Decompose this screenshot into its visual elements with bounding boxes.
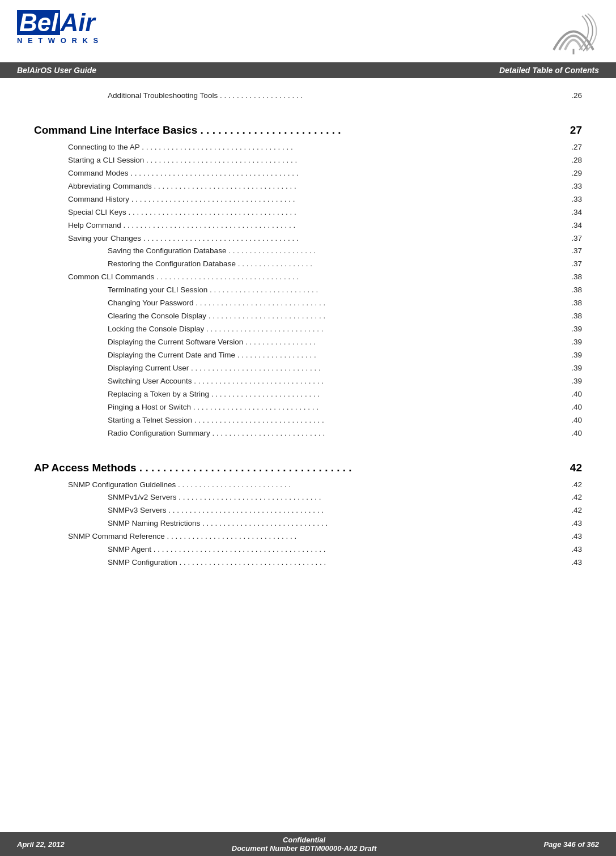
toc-page: .42 [571,504,582,517]
logo-area: BelAir N E T W O R K S [17,10,100,45]
toc-page: .34 [571,206,582,219]
toc-page: .42 [571,479,582,492]
toc-entry: Special CLI Keys . . . . . . . . . . . .… [34,206,582,219]
logo-bel: Bel [17,10,60,35]
footer-page: Page 346 of 362 [543,840,599,849]
toc-entry: Radio Configuration Summary . . . . . . … [34,427,582,440]
toc-page: .37 [571,232,582,245]
toc-page: .39 [571,349,582,362]
toc-page: .38 [571,297,582,310]
toc-entry: Command Modes . . . . . . . . . . . . . … [34,167,582,180]
toc-page: .38 [571,271,582,284]
toc-title: Locking the Console Display . . . . . . … [108,323,323,336]
toc-entry: Connecting to the AP . . . . . . . . . .… [34,141,582,154]
toc-page: .29 [571,167,582,180]
toc-title: Additional Troubleshooting Tools . . . .… [108,90,303,103]
toc-entry: Displaying the Current Date and Time . .… [34,349,582,362]
toc-page: .38 [571,284,582,297]
toc-entry: Starting a CLI Session . . . . . . . . .… [34,154,582,167]
toc-entry: SNMPv3 Servers . . . . . . . . . . . . .… [34,504,582,517]
footer-document: Document Number BDTM00000-A02 Draft [232,844,377,853]
toc-entry: Saving your Changes . . . . . . . . . . … [34,232,582,245]
toc-title: Displaying the Current Software Version … [108,336,316,349]
toc-page: .39 [571,323,582,336]
toc-entry: SNMP Command Reference . . . . . . . . .… [34,530,582,543]
toc-page: .43 [571,530,582,543]
toc-entry: SNMP Naming Restrictions . . . . . . . .… [34,517,582,530]
toc-page: .27 [571,141,582,154]
toc-title: Special CLI Keys . . . . . . . . . . . .… [68,206,296,219]
toc-entry-troubleshooting: Additional Troubleshooting Tools . . . .… [34,90,582,103]
toc-page: .43 [571,517,582,530]
toc-page: .37 [571,245,582,258]
toc-page: .39 [571,375,582,388]
logo-networks: N E T W O R K S [17,36,100,45]
toc-title: Starting a CLI Session . . . . . . . . .… [68,154,297,167]
section-h1-page: 27 [570,124,582,137]
toc-title: SNMP Configuration Guidelines . . . . . … [68,479,291,492]
toc-page: .38 [571,310,582,323]
toc-page: .40 [571,388,582,401]
toc-title: Terminating your CLI Session . . . . . .… [108,284,318,297]
toc-page: .43 [571,556,582,569]
toc-page: .40 [571,414,582,427]
section-cli-basics: Command Line Interface Basics . . . . . … [34,124,582,137]
toc-entry: SNMP Configuration Guidelines . . . . . … [34,479,582,492]
toc-entry: Clearing the Console Display . . . . . .… [34,310,582,323]
toc-entry: Locking the Console Display . . . . . . … [34,323,582,336]
toc-page: .26 [571,90,582,103]
toc-entry: SNMP Agent . . . . . . . . . . . . . . .… [34,543,582,556]
toc-page: .40 [571,427,582,440]
toc-title: Saving the Configuration Database . . . … [108,245,316,258]
toc-title: SNMP Command Reference . . . . . . . . .… [68,530,296,543]
section-ap-access: AP Access Methods . . . . . . . . . . . … [34,462,582,474]
toc-entry: SNMP Configuration . . . . . . . . . . .… [34,556,582,569]
toc-title: Switching User Accounts . . . . . . . . … [108,375,324,388]
toc-page: .40 [571,401,582,414]
toc-title: Common CLI Commands . . . . . . . . . . … [68,271,299,284]
toc-entry: Common CLI Commands . . . . . . . . . . … [34,271,582,284]
toc-title: SNMP Naming Restrictions . . . . . . . .… [108,517,328,530]
logo-air: Air [60,10,95,35]
toc-title: Help Command . . . . . . . . . . . . . .… [68,219,295,232]
toc-title: Changing Your Password . . . . . . . . .… [108,297,325,310]
toc-page: .33 [571,193,582,206]
toc-title: Command Modes . . . . . . . . . . . . . … [68,167,299,180]
toc-entry: Restoring the Configuration Database . .… [34,258,582,271]
toc-entry: Terminating your CLI Session . . . . . .… [34,284,582,297]
toc-entry: Starting a Telnet Session . . . . . . . … [34,414,582,427]
toc-page: .39 [571,362,582,375]
toc-entry: Help Command . . . . . . . . . . . . . .… [34,219,582,232]
toc-title: Clearing the Console Display . . . . . .… [108,310,325,323]
toc-page: .37 [571,258,582,271]
title-bar: BelAirOS User Guide Detailed Table of Co… [0,62,616,78]
toc-page: .33 [571,180,582,193]
section-h1-title: Command Line Interface Basics . . . . . … [34,124,341,137]
main-content: Additional Troubleshooting Tools . . . .… [0,78,616,581]
toc-title: Saving your Changes . . . . . . . . . . … [68,232,299,245]
toc-entry: Changing Your Password . . . . . . . . .… [34,297,582,310]
toc-title: Pinging a Host or Switch . . . . . . . .… [108,401,318,414]
footer: April 22, 2012 Confidential Document Num… [0,832,616,856]
toc-page: .34 [571,219,582,232]
toc-entry: Displaying the Current Software Version … [34,336,582,349]
toc-entry: Pinging a Host or Switch . . . . . . . .… [34,401,582,414]
toc-entry: Replacing a Token by a String . . . . . … [34,388,582,401]
toc-title: Replacing a Token by a String . . . . . … [108,388,320,401]
toc-title: Starting a Telnet Session . . . . . . . … [108,414,324,427]
title-bar-left: BelAirOS User Guide [17,66,96,75]
toc-entry: Abbreviating Commands . . . . . . . . . … [34,180,582,193]
toc-entry: Switching User Accounts . . . . . . . . … [34,375,582,388]
footer-confidential: Confidential [232,836,377,844]
toc-title: Command History . . . . . . . . . . . . … [68,193,295,206]
toc-entry: Displaying Current User . . . . . . . . … [34,362,582,375]
toc-title: Displaying the Current Date and Time . .… [108,349,316,362]
section-h1-page: 42 [570,462,582,474]
toc-entry: SNMPv1/v2 Servers . . . . . . . . . . . … [34,491,582,504]
title-bar-right: Detailed Table of Contents [499,66,599,75]
belair-logo: BelAir [17,10,100,35]
toc-page: .42 [571,491,582,504]
footer-center: Confidential Document Number BDTM00000-A… [232,836,377,853]
toc-title: Connecting to the AP . . . . . . . . . .… [68,141,293,154]
toc-title: Restoring the Configuration Database . .… [108,258,312,271]
